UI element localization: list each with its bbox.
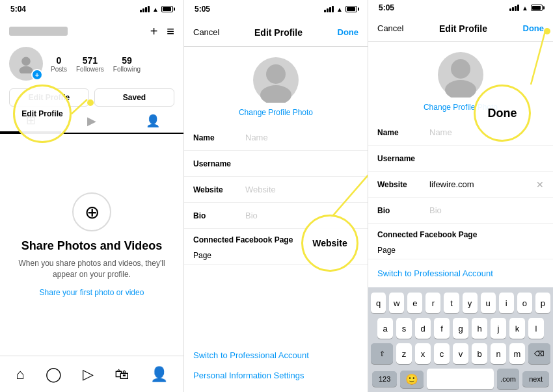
reels-icon[interactable]: ▷: [83, 366, 94, 383]
status-bar-3: 5:05 ▲: [368, 0, 553, 16]
search-icon[interactable]: ◯: [46, 366, 62, 383]
tab-video[interactable]: ▶: [61, 109, 122, 133]
signal-icon-2: [324, 6, 334, 12]
content-tabs: ⊞ ▶ 👤: [0, 109, 183, 134]
key-e[interactable]: e: [407, 293, 422, 313]
profile-area: + 0 Posts 571 Followers 59 Following: [0, 44, 183, 86]
name-field-3: Name Name: [368, 120, 553, 146]
key-o[interactable]: o: [517, 293, 532, 313]
bio-field-2: Bio Bio: [184, 203, 368, 229]
key-t[interactable]: t: [444, 293, 459, 313]
change-photo-button-3[interactable]: Change Profile Photo: [424, 103, 498, 112]
key-a[interactable]: a: [377, 318, 393, 339]
key-p[interactable]: p: [535, 293, 550, 313]
bio-field-3: Bio Bio: [368, 198, 553, 224]
done-button-2[interactable]: Done: [338, 27, 359, 37]
menu-icon[interactable]: ≡: [167, 24, 174, 39]
edit-fields-2: Name Name Username Website Website Bio B…: [184, 125, 368, 339]
website-label-3: Website: [377, 180, 429, 189]
tab-tagged[interactable]: 👤: [122, 109, 183, 133]
status-bar-2: 5:05 ▲: [184, 0, 368, 18]
name-value-2[interactable]: Name: [245, 133, 358, 142]
svg-point-1: [20, 66, 33, 73]
nav-icons: + ≡: [150, 24, 174, 39]
status-bar-1: 5:04 ▲: [0, 0, 183, 18]
key-c[interactable]: c: [434, 343, 450, 364]
website-field-2: Website Website: [184, 177, 368, 203]
key-i[interactable]: i: [499, 293, 514, 313]
key-k[interactable]: k: [509, 318, 525, 339]
cancel-button-3[interactable]: Cancel: [377, 23, 403, 33]
keyboard-row-1: q w e r t y u i o p: [371, 293, 550, 313]
username-display: [9, 27, 68, 36]
key-space[interactable]: [427, 369, 493, 389]
key-l[interactable]: l: [528, 318, 544, 339]
share-first-photo-link[interactable]: Share your first photo or video: [40, 288, 144, 297]
share-subtitle: When you share photos and videos, they'l…: [9, 258, 174, 280]
switch-professional-link-3[interactable]: Switch to Professional Account: [377, 263, 544, 283]
key-w[interactable]: w: [389, 293, 404, 313]
key-r[interactable]: r: [425, 293, 440, 313]
add-avatar-button[interactable]: +: [31, 69, 43, 81]
key-z[interactable]: z: [396, 343, 412, 364]
key-f[interactable]: f: [434, 318, 450, 339]
key-s[interactable]: s: [396, 318, 412, 339]
bio-value-3[interactable]: Bio: [429, 205, 544, 215]
keyboard-row-4: 123 🙂 .com next: [371, 369, 550, 389]
key-y[interactable]: y: [463, 293, 478, 313]
cancel-button-2[interactable]: Cancel: [193, 27, 219, 37]
name-value-3[interactable]: Name: [429, 127, 544, 137]
phone-2: 5:05 ▲ Cancel Edit Profile Done C: [184, 0, 368, 392]
website-value-3[interactable]: lifewire.com: [429, 179, 536, 189]
key-q[interactable]: q: [371, 293, 386, 313]
key-next[interactable]: next: [522, 371, 549, 387]
website-label-2: Website: [193, 185, 245, 194]
bio-label-2: Bio: [193, 211, 245, 220]
edit-profile-button[interactable]: Edit Profile: [9, 88, 89, 107]
key-d[interactable]: d: [415, 318, 431, 339]
key-j[interactable]: j: [491, 318, 506, 339]
keyboard: q w e r t y u i o p a s d f g h j k l ⇧ …: [368, 287, 553, 392]
key-delete[interactable]: ⌫: [528, 343, 550, 364]
key-v[interactable]: v: [453, 343, 468, 364]
status-icons-3: ▲: [509, 5, 543, 12]
key-n[interactable]: n: [491, 343, 506, 364]
key-b[interactable]: b: [472, 343, 487, 364]
keyboard-row-3: ⇧ z x c v b n m ⌫: [371, 343, 550, 364]
key-shift[interactable]: ⇧: [371, 343, 393, 364]
change-photo-button-2[interactable]: Change Profile Photo: [239, 108, 313, 117]
phone-3: 5:05 ▲ Cancel Edit Profile Done C: [368, 0, 553, 392]
page-label-3: Page: [377, 246, 429, 255]
key-h[interactable]: h: [472, 318, 487, 339]
name-label-3: Name: [377, 128, 429, 137]
add-first-post-button[interactable]: ⊕: [72, 192, 111, 231]
saved-button[interactable]: Saved: [94, 88, 174, 107]
profile-icon[interactable]: 👤: [150, 366, 168, 383]
video-icon: ▶: [87, 114, 96, 128]
done-button-3[interactable]: Done: [523, 23, 545, 33]
edit-avatar-3: [438, 52, 483, 98]
key-emoji[interactable]: 🙂: [400, 371, 424, 388]
shop-icon[interactable]: 🛍: [115, 366, 129, 383]
key-u[interactable]: u: [481, 293, 496, 313]
following-stat: 59 Following: [113, 55, 141, 73]
add-post-icon[interactable]: +: [150, 24, 158, 39]
top-nav-1: + ≡: [0, 18, 183, 44]
key-m[interactable]: m: [509, 343, 525, 364]
personal-info-link-2[interactable]: Personal Information Settings: [193, 365, 358, 385]
key-g[interactable]: g: [453, 318, 468, 339]
clear-website-icon[interactable]: ✕: [536, 179, 544, 190]
key-dotcom[interactable]: .com: [497, 369, 519, 389]
svg-point-4: [260, 85, 291, 103]
tab-grid[interactable]: ⊞: [0, 109, 61, 133]
page-label-2: Page: [193, 251, 245, 260]
website-value-2[interactable]: Website: [245, 185, 358, 194]
bio-value-2[interactable]: Bio: [245, 211, 358, 220]
website-field-3: Website lifewire.com ✕: [368, 172, 553, 198]
switch-professional-link-2[interactable]: Switch to Professional Account: [193, 345, 358, 365]
status-icons-2: ▲: [324, 6, 357, 13]
key-x[interactable]: x: [415, 343, 431, 364]
svg-point-3: [266, 64, 286, 84]
home-icon[interactable]: ⌂: [16, 366, 24, 383]
key-numbers[interactable]: 123: [372, 371, 397, 387]
